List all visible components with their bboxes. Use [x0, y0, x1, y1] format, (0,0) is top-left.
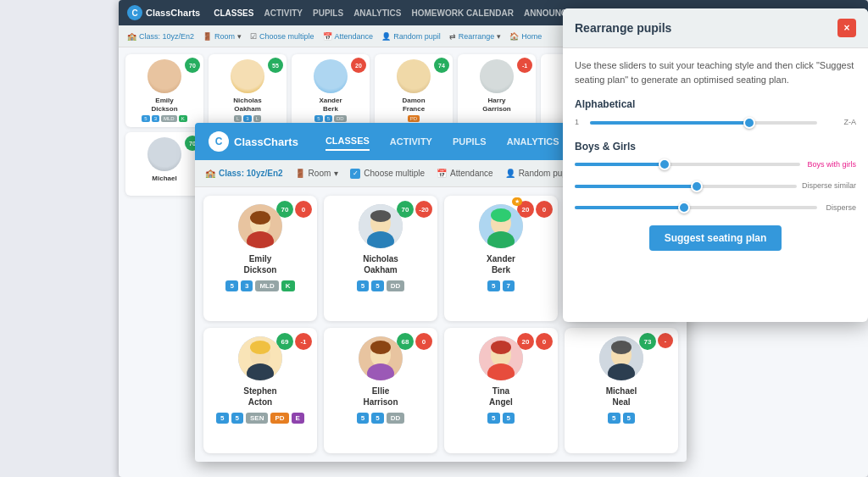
bg-home[interactable]: 🏠 Home: [509, 32, 542, 41]
fg-score-xander-neg: 0: [536, 201, 553, 218]
fg-pupil-nicholas[interactable]: 70 -20 NicholasOakham 5 5 DD: [324, 196, 437, 321]
bg-choose-multiple[interactable]: ☑ Choose multiple: [250, 32, 314, 41]
disperse-similar-fill: [575, 185, 697, 188]
boys-girls-track[interactable]: [575, 163, 800, 166]
bg-room-item[interactable]: 🚪 Room ▾: [203, 32, 242, 41]
slider-right-label: Z-A: [822, 117, 856, 129]
fg-choose-multiple[interactable]: ✓ Choose multiple: [350, 169, 425, 179]
boys-girls-thumb[interactable]: [659, 158, 670, 170]
disperse-similar-section: Disperse similar: [575, 180, 856, 192]
boys-girls-slider[interactable]: Boys with girls: [575, 159, 856, 171]
fg-pupil-xander[interactable]: 20 0 ★ XanderBerk 5 7: [444, 196, 558, 321]
fg-pupil-tina[interactable]: 20 0 TinaAngel 5 5: [444, 328, 558, 453]
bg-class-label: 🏫 Class: 10yz/En2: [127, 32, 194, 41]
fg-tags-nicholas: 5 5 DD: [357, 280, 404, 291]
bg-attendance[interactable]: 📅 Attendance: [323, 32, 374, 41]
alphabetical-title: Alphabetical: [575, 97, 856, 112]
fg-pupil-stephen[interactable]: 69 -1 StephenActon 5 5 SEN PD E: [203, 328, 317, 453]
dialog-header: Rearrange pupils ×: [563, 8, 868, 48]
disperse-similar-label: Disperse similar: [802, 180, 856, 192]
disperse-section: Disperse: [575, 202, 856, 214]
fg-avatar-stephen: [238, 336, 282, 380]
suggest-button-container: Suggest seating plan: [575, 225, 856, 251]
svg-point-3: [250, 211, 270, 225]
fg-avatar-nicholas: [359, 204, 403, 248]
bg-pupil-michael-bg[interactable]: 70 Michael: [125, 132, 203, 196]
slider-thumb[interactable]: [743, 117, 755, 129]
fg-tags-emily: 5 3 MLD K: [225, 280, 294, 291]
fg-pupil-michael[interactable]: 73 - MichaelNeal 5 5: [565, 328, 678, 453]
fg-tags-michael: 5 5: [608, 413, 635, 424]
fg-name-stephen: StephenActon: [243, 385, 276, 408]
disperse-similar-thumb[interactable]: [691, 180, 703, 192]
disperse-label: Disperse: [822, 202, 856, 214]
fg-tags-ellie: 5 5 DD: [357, 413, 404, 424]
bg-nav-pupils[interactable]: PUPILS: [313, 8, 343, 18]
fg-score-ellie-neg: 0: [415, 333, 432, 350]
fg-nav-pupils[interactable]: PUPILS: [453, 133, 487, 150]
boys-with-girls-label: Boys with girls: [805, 159, 856, 171]
fg-name-ellie: EllieHarrison: [363, 385, 398, 408]
bg-pupil-xander[interactable]: 20 XanderBerk 5 5 DD: [292, 54, 370, 127]
bg-pupil-damon[interactable]: 74 DamonFrance PD: [375, 54, 453, 127]
disperse-similar-track[interactable]: [575, 185, 797, 188]
dialog-body: Use these sliders to suit your teaching …: [563, 48, 868, 261]
fg-random-pupil[interactable]: 👤 Random pupil: [505, 169, 571, 178]
disperse-thumb[interactable]: [678, 202, 690, 214]
boys-girls-title: Boys & Girls: [575, 139, 856, 154]
fg-nav-activity[interactable]: ACTIVITY: [390, 133, 432, 150]
rearrange-dialog: Rearrange pupils × Use these sliders to …: [563, 8, 868, 322]
fg-room[interactable]: 🚪 Room ▾: [295, 169, 339, 178]
bg-pupil-harry[interactable]: -1 HarryGarrison: [458, 54, 536, 127]
disperse-track[interactable]: [575, 206, 817, 209]
bg-nav-homework[interactable]: HOMEWORK CALENDAR: [411, 8, 514, 18]
fg-logo-icon: C: [209, 131, 229, 152]
fg-score-michael-neg: -: [658, 333, 673, 348]
bg-score-nicholas: 55: [268, 58, 283, 73]
fg-score-tina-neg: 0: [536, 333, 553, 350]
boys-fill: [575, 163, 665, 166]
disperse-similar-slider[interactable]: Disperse similar: [575, 180, 856, 192]
bg-nav-analytics[interactable]: ANALYTICS: [353, 8, 401, 18]
disperse-fill: [575, 206, 684, 209]
bg-pupil-emily[interactable]: 70 EmilyDickson 5 3 MLD K: [125, 54, 203, 127]
fg-pupil-emily[interactable]: 70 0 EmilyDickson 5 3 MLD K: [203, 196, 317, 321]
bg-pupil-nicholas[interactable]: 55 NicholasOakham L 3 L: [209, 54, 287, 127]
fg-name-tina: TinaAngel: [489, 385, 513, 408]
fg-attendance[interactable]: 📅 Attendance: [437, 169, 493, 178]
fg-avatar-tina: [479, 336, 523, 380]
svg-point-11: [491, 208, 511, 222]
bg-score-damon: 74: [434, 58, 449, 73]
dialog-close-button[interactable]: ×: [837, 19, 856, 37]
disperse-slider[interactable]: Disperse: [575, 202, 856, 214]
fg-name-michael: MichaelNeal: [606, 385, 637, 408]
fg-score-emily-neg: 0: [295, 201, 312, 218]
slider-track[interactable]: [590, 121, 817, 125]
slider-left-label: 1: [575, 117, 585, 129]
fg-score-michael-pos: 73: [639, 333, 656, 350]
alphabetical-slider[interactable]: 1 Z-A: [575, 117, 856, 129]
bg-nav-classes[interactable]: CLASSES: [214, 8, 253, 18]
bg-logo: C ClassCharts: [127, 5, 200, 20]
alphabetical-section: Alphabetical 1 Z-A: [575, 97, 856, 129]
fg-nav-classes[interactable]: CLASSES: [326, 132, 370, 151]
fg-class-label: 🏫 Class: 10yz/En2: [205, 169, 283, 178]
fg-avatar-xander: [479, 204, 523, 248]
fg-avatar-ellie: [359, 336, 403, 380]
fg-check-icon: ✓: [350, 169, 360, 179]
bg-rearrange[interactable]: ⇄ Rearrange ▾: [449, 32, 502, 41]
bg-nav-activity[interactable]: ACTIVITY: [264, 8, 303, 18]
bg-logo-text: ClassCharts: [146, 8, 200, 18]
suggest-seating-button[interactable]: Suggest seating plan: [649, 225, 782, 251]
xander-star-badge: ★: [512, 197, 522, 206]
bg-random-pupil[interactable]: 👤 Random pupil: [381, 32, 441, 41]
fg-avatar-michael: [599, 336, 643, 380]
fg-avatar-emily: [238, 204, 282, 248]
bg-score-harry: -1: [517, 58, 532, 73]
fg-nav-analytics[interactable]: ANALYTICS: [507, 133, 559, 150]
bg-score-emily: 70: [185, 58, 200, 73]
fg-pupil-ellie[interactable]: 68 0 EllieHarrison 5 5 DD: [324, 328, 437, 453]
fg-score-nicholas-neg: -20: [415, 201, 432, 218]
fg-logo: C ClassCharts: [209, 131, 298, 152]
fg-name-xander: XanderBerk: [487, 253, 515, 275]
